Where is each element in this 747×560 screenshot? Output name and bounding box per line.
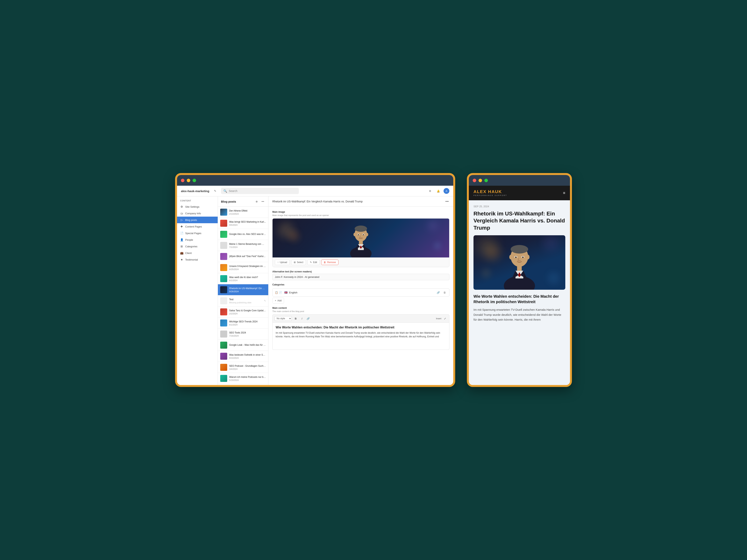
post-date: 6/1/2024	[229, 324, 266, 326]
post-item[interactable]: Was bringt SEO Marketing in Karl... 9/5/…	[218, 218, 268, 229]
category-doc-icon: 📄	[279, 291, 282, 294]
sidebar-item-client[interactable]: 💼 Client	[177, 250, 218, 256]
post-item-missing[interactable]: Test Missing publishing date ✎	[218, 295, 268, 306]
category-delete-icon[interactable]: 🗑	[442, 290, 447, 295]
style-select[interactable]: No style Heading 1 Heading 2	[275, 316, 292, 321]
post-item[interactable]: Google Leak - Was heißt das für S...	[218, 340, 268, 351]
hamburger-menu-icon[interactable]: ≡	[563, 191, 565, 195]
desktop-window: alex-hauk-marketing ✎ 🔍 Search ⚙ 🔔 A Con…	[175, 173, 455, 387]
post-item[interactable]: Warum ich meine Podcasts nur be... 5/19/…	[218, 373, 268, 384]
sidebar-item-label: Content Pages	[185, 225, 202, 228]
svg-point-22	[509, 255, 512, 259]
editor-more-btn[interactable]: •••	[445, 199, 449, 204]
add-category-button[interactable]: + Add	[272, 298, 284, 303]
svg-rect-17	[517, 265, 522, 271]
article-subtitle: Wie Worte Wahlen entscheiden: Die Macht …	[473, 294, 565, 304]
remove-button[interactable]: 🗑 Remove	[321, 260, 338, 265]
sidebar-item-testimonial[interactable]: ★ Testimonial	[177, 256, 218, 263]
sidebar-item-blog-posts[interactable]: ▷ Blog posts	[177, 217, 218, 223]
post-item[interactable]: SEO Podcast - Grundlagen Suchm... 3/4/20…	[218, 362, 268, 373]
client-icon: 💼	[180, 251, 183, 255]
traffic-light-yellow[interactable]	[187, 179, 190, 182]
alt-text-input[interactable]	[272, 274, 449, 280]
search-bar[interactable]: 🔍 Search	[221, 188, 299, 194]
svg-point-2	[355, 225, 367, 232]
add-icon: +	[275, 299, 276, 302]
post-title: SEO Podcast - Grundlagen Suchm...	[229, 365, 266, 368]
traffic-light-red[interactable]	[473, 179, 476, 182]
edit-icon: ✎	[310, 261, 312, 264]
insert-btn[interactable]: Insert	[436, 316, 441, 321]
post-date: 7/16/2024	[229, 335, 266, 337]
post-date: 7/1/2024	[229, 246, 266, 248]
mobile-site-header: ALEX HAUK PERFORMANCE SUPPORT ≡	[469, 186, 570, 200]
post-item[interactable]: Der Athene Effekt 2/13/2023	[218, 207, 268, 218]
post-title: Google Alex vs. Alex SEO was brin...	[229, 233, 266, 236]
sidebar-item-label: Company Info	[185, 212, 201, 215]
post-info: Was weiß die Ki über mich? 6/1/2024	[229, 276, 266, 282]
post-info: Test Missing publishing date	[229, 298, 262, 304]
category-name: English	[289, 291, 434, 294]
sidebar-item-company-info[interactable]: 🗂 Company Info	[177, 210, 218, 217]
post-title: Der Athene Effekt	[229, 209, 266, 213]
sidebar-item-site-settings[interactable]: ⚙ Site Settings	[177, 204, 218, 210]
post-item[interactable]: Unsere 9 Keyword Strategien im S... 6/25…	[218, 262, 268, 273]
window-titlebar	[177, 175, 453, 186]
add-post-icon[interactable]: ⊕	[254, 199, 259, 204]
post-item-active[interactable]: Rhetorik im US-Wahlkampf: Ein Ve... 9/26…	[218, 284, 268, 295]
link-btn[interactable]: 🔗	[306, 316, 310, 321]
post-item[interactable]: Google Alex vs. Alex SEO was brin...	[218, 229, 268, 240]
post-thumb	[220, 375, 227, 382]
content-body: Im mit Spannung erwarteten TV-Duell zwis…	[276, 331, 446, 339]
traffic-light-green[interactable]	[192, 179, 196, 182]
post-thumb	[220, 275, 227, 282]
notifications-icon-btn[interactable]: 🔔	[435, 188, 441, 194]
post-item[interactable]: Salsa Tanz & Google Core Update... 2/2/2…	[218, 306, 268, 318]
traffic-light-red[interactable]	[181, 179, 184, 182]
bold-btn[interactable]: B	[293, 316, 298, 321]
svg-point-9	[366, 233, 368, 236]
post-item[interactable]: Meine 1 Sterne Bewertung von Go... 7/1/2…	[218, 240, 268, 251]
post-info: Was bedeutet Ästhetik in einer Su... 8/1…	[229, 353, 266, 359]
post-date: 3/4/2024	[229, 368, 266, 370]
image-upload-area: ↑ Upload ⊞ Select ✎ Edit	[272, 218, 449, 267]
traffic-light-yellow[interactable]	[479, 179, 482, 182]
logo-part2: HAUK	[487, 189, 502, 194]
article-hero-image	[473, 235, 565, 290]
post-item[interactable]: SEO Podcast - Google Maps & Au... 5/14/2…	[218, 384, 268, 385]
post-thumb	[220, 309, 227, 315]
post-item[interactable]: Was bedeutet Ästhetik in einer Su... 8/1…	[218, 351, 268, 362]
mobile-article: SEP 25, 2024 Rhetorik im US-Wahlkampf: E…	[469, 200, 570, 327]
avatar-btn[interactable]: A	[443, 188, 449, 194]
content-area[interactable]: Wie Worte Wahlen entscheiden: Die Macht …	[272, 323, 449, 350]
traffic-light-green[interactable]	[484, 179, 488, 182]
post-item[interactable]: (M)ein Blick auf "Das Fest" Karlsr...	[218, 251, 268, 262]
sidebar-item-special-pages[interactable]: 📄 Special Pages	[177, 230, 218, 236]
post-thumb	[220, 319, 227, 326]
post-item[interactable]: Wichtige SEO-Trends 2024 6/1/2024	[218, 318, 268, 329]
main-content-label: Main content	[272, 306, 449, 309]
sidebar-item-label: Special Pages	[185, 232, 201, 235]
sidebar-item-label: Categories	[185, 245, 198, 248]
edit-image-button[interactable]: ✎ Edit	[307, 260, 319, 265]
post-item[interactable]: Was weiß die Ki über mich? 6/1/2024	[218, 273, 268, 284]
sidebar-item-people[interactable]: 👤 People	[177, 236, 218, 243]
edit-icon[interactable]: ✎	[212, 188, 218, 194]
main-content-section: Main content The main content of the blo…	[272, 306, 449, 350]
settings-icon-btn[interactable]: ⚙	[427, 188, 433, 194]
sidebar-item-categories[interactable]: ⊞ Categories	[177, 243, 218, 250]
category-link-icon[interactable]: 🔗	[436, 290, 441, 295]
editor-title: Rhetorik im US-Wahlkampf: Ein Vergleich …	[272, 200, 363, 203]
testimonial-icon: ★	[180, 258, 183, 261]
svg-point-8	[354, 233, 356, 236]
screens-container: alex-hauk-marketing ✎ 🔍 Search ⚙ 🔔 A Con…	[175, 173, 572, 387]
categories-section: Categories 📋 📄 🇬🇧 English 🔗 🗑	[272, 283, 449, 303]
italic-btn[interactable]: I	[300, 316, 304, 321]
post-title: Was bedeutet Ästhetik in einer Su...	[229, 353, 266, 356]
sidebar-item-content-pages[interactable]: ✚ Content Pages	[177, 223, 218, 230]
post-item[interactable]: SEO Tools 2024 7/16/2024	[218, 329, 268, 340]
more-options-icon[interactable]: •••	[260, 199, 265, 204]
select-button[interactable]: ⊞ Select	[291, 260, 306, 265]
expand-btn[interactable]: ⤢	[442, 316, 447, 321]
upload-button[interactable]: ↑ Upload	[275, 260, 290, 265]
